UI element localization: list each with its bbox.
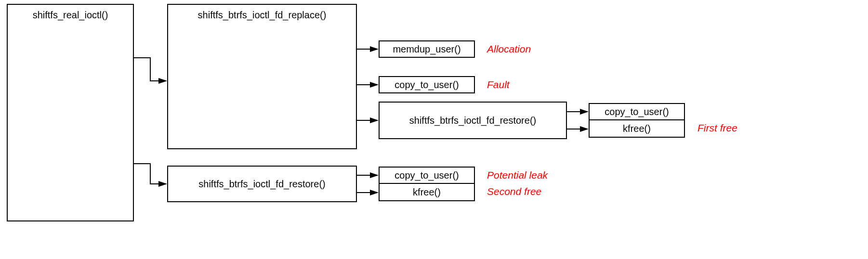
node-label: kfree() bbox=[413, 187, 441, 198]
node-shiftfs-btrfs-ioctl-fd-restore-outer: shiftfs_btrfs_ioctl_fd_restore() bbox=[167, 166, 357, 202]
node-label: shiftfs_real_ioctl() bbox=[33, 10, 108, 21]
node-shiftfs-btrfs-ioctl-fd-replace: shiftfs_btrfs_ioctl_fd_replace() bbox=[167, 4, 357, 149]
node-label: kfree() bbox=[623, 123, 651, 134]
annotation-second-free: Second free bbox=[487, 186, 541, 197]
node-label: shiftfs_btrfs_ioctl_fd_restore() bbox=[409, 115, 536, 126]
node-copy-kfree-inner: copy_to_user() kfree() bbox=[589, 103, 685, 138]
node-label: shiftfs_btrfs_ioctl_fd_restore() bbox=[198, 179, 325, 190]
node-label: copy_to_user() bbox=[395, 170, 459, 181]
node-label: shiftfs_btrfs_ioctl_fd_replace() bbox=[198, 10, 327, 21]
node-label: copy_to_user() bbox=[395, 79, 459, 91]
annotation-allocation: Allocation bbox=[487, 43, 531, 55]
node-shiftfs-btrfs-ioctl-fd-restore-inner: shiftfs_btrfs_ioctl_fd_restore() bbox=[379, 102, 567, 139]
annotation-potential-leak: Potential leak bbox=[487, 169, 548, 181]
node-copy-kfree-outer: copy_to_user() kfree() bbox=[379, 167, 475, 201]
node-shiftfs-real-ioctl: shiftfs_real_ioctl() bbox=[7, 4, 134, 221]
annotation-fault: Fault bbox=[487, 79, 510, 91]
node-label: copy_to_user() bbox=[605, 106, 669, 117]
annotation-first-free: First free bbox=[697, 122, 737, 134]
node-copy-to-user-fault: copy_to_user() bbox=[379, 76, 475, 93]
node-memdup-user: memdup_user() bbox=[379, 40, 475, 58]
node-label: memdup_user() bbox=[393, 44, 460, 55]
